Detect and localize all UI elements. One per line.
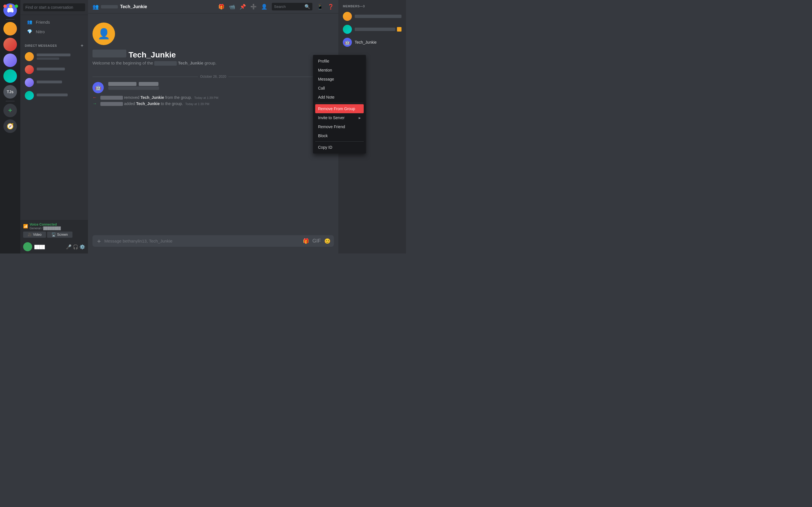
context-menu-profile[interactable]: Profile: [315, 57, 364, 66]
dm-name-area-4: [37, 94, 84, 98]
context-menu-remove-friend[interactable]: Remove Friend: [315, 122, 364, 131]
system-message-removed: ← removed Tech_Junkie from the group. To…: [88, 94, 338, 101]
channel-header: 👥 Tech_Junkie 🎁 📹 📌 ➕ 👤 🔍 📱 ❓: [88, 0, 338, 13]
search-icon: 🔍: [305, 4, 310, 9]
msg-username-blurred-1: [108, 82, 137, 86]
dm-item-4[interactable]: [22, 89, 86, 102]
nitro-header-icon[interactable]: 🎁: [218, 4, 224, 10]
nitro-nav-item[interactable]: 💎 Nitro: [22, 27, 86, 36]
arrow-right-icon: →: [93, 101, 97, 106]
context-menu-block[interactable]: Block: [315, 131, 364, 140]
member-item-1[interactable]: [341, 10, 404, 22]
dm-item-3[interactable]: [22, 76, 86, 89]
context-menu-separator-2: [315, 142, 364, 142]
video-button[interactable]: 🎥 Video: [23, 231, 46, 238]
dm-list: [20, 49, 88, 220]
dm-name-area-3: [37, 80, 84, 84]
dm-name-blurred-4: [37, 94, 68, 96]
member-name-blurred-2: [355, 27, 395, 31]
dm-avatar-1: [25, 52, 34, 61]
chat-intro-names: Tech_Junkie: [93, 50, 334, 59]
remover-name-blurred: [100, 96, 123, 100]
friends-icon: 👥: [27, 19, 33, 24]
channel-info: 👥 Tech_Junkie: [93, 4, 147, 10]
add-attachment-button[interactable]: ＋: [96, 237, 102, 245]
context-menu-call[interactable]: Call: [315, 83, 364, 93]
context-menu-invite-to-server[interactable]: Invite to Server ▶: [315, 113, 364, 122]
help-icon[interactable]: ❓: [327, 4, 334, 10]
context-menu-mention[interactable]: Mention: [315, 66, 364, 75]
message-input[interactable]: [104, 235, 301, 247]
server-icon-1[interactable]: [3, 22, 17, 36]
input-actions: 🎁 GIF 😊: [303, 238, 331, 244]
server-icon-tj[interactable]: TJs: [3, 85, 17, 99]
add-server-button[interactable]: +: [3, 104, 17, 117]
server-separator: [6, 19, 15, 20]
voice-connected-bar: 📶 Voice Connected General / ████████ 🎥 V…: [20, 220, 88, 240]
friends-nav-item[interactable]: 👥 Friends: [22, 17, 86, 27]
inbox-icon[interactable]: 📱: [317, 4, 323, 10]
member-item-2[interactable]: [341, 23, 404, 36]
server-icon-2[interactable]: [3, 38, 17, 51]
user-area: ████ 🎤 🎧 ⚙️: [20, 240, 88, 253]
member-name-tech-junkie: Tech_Junkie: [355, 40, 377, 45]
added-username: Tech_Junkie: [136, 101, 160, 106]
dm-sidebar: 👥 Friends 💎 Nitro DIRECT MESSAGES +: [20, 0, 88, 253]
settings-icon[interactable]: ⚙️: [80, 244, 85, 249]
voice-actions: 🎥 Video 🖥️ Screen: [23, 231, 85, 238]
members-header: MEMBERS—3: [341, 4, 404, 10]
context-menu-add-note[interactable]: Add Note: [315, 93, 364, 102]
video-call-icon[interactable]: 📹: [229, 4, 235, 10]
msg-text-blurred-1: [108, 87, 159, 90]
chat-intro-description: Welcome to the beginning of the Tech_Jun…: [93, 61, 334, 66]
msg-content-1: [108, 82, 334, 93]
message-input-box: ＋ 🎁 GIF 😊: [93, 235, 334, 247]
dm-section-label: DIRECT MESSAGES: [25, 44, 57, 47]
server-icon-4[interactable]: [3, 69, 17, 83]
removed-time: Today at 1:39 PM: [194, 96, 218, 100]
gif-icon[interactable]: GIF: [312, 238, 321, 244]
dm-avatar-4: [25, 91, 34, 100]
context-menu-message[interactable]: Message: [315, 75, 364, 83]
dm-avatar-2: [25, 65, 34, 74]
added-time: Today at 1:39 PM: [185, 102, 209, 106]
screen-button[interactable]: 🖥️ Screen: [47, 231, 72, 238]
dm-search-area[interactable]: [20, 0, 88, 15]
system-message-added-text: added Tech_Junkie to the group. Today at…: [100, 101, 209, 106]
chat-intro-name: Tech_Junkie: [129, 50, 176, 59]
voice-signal-icon: 📶: [23, 224, 28, 228]
pin-icon[interactable]: 📌: [240, 4, 246, 10]
context-menu: Profile Mention Message Call Add Note Re…: [313, 55, 366, 154]
members-icon[interactable]: 👤: [261, 4, 267, 10]
mac-close-button[interactable]: [3, 4, 7, 8]
member-badge: [397, 27, 402, 32]
context-menu-remove-from-group[interactable]: Remove From Group: [315, 104, 364, 113]
search-input[interactable]: [274, 4, 303, 9]
group-dm-icon: 👥: [93, 4, 99, 10]
dm-item-2[interactable]: [22, 63, 86, 76]
context-menu-copy-id[interactable]: Copy ID: [315, 143, 364, 152]
member-avatar-tech-junkie: 🤖: [343, 38, 352, 47]
server-icon-3[interactable]: [3, 54, 17, 67]
mac-maximize-button[interactable]: [15, 4, 18, 8]
deafen-icon[interactable]: 🎧: [73, 244, 79, 249]
gift-icon[interactable]: 🎁: [303, 238, 309, 244]
member-avatar-2: [343, 25, 352, 34]
member-item-tech-junkie[interactable]: 🤖 Tech_Junkie: [341, 36, 404, 48]
video-icon: 🎥: [28, 233, 32, 237]
explore-servers-button[interactable]: 🧭: [3, 119, 17, 133]
server-sidebar: TJs + 🧭: [0, 0, 20, 253]
dm-search-input[interactable]: [23, 3, 85, 11]
mute-icon[interactable]: 🎤: [66, 244, 71, 249]
emoji-icon[interactable]: 😊: [324, 238, 331, 244]
user-actions: 🎤 🎧 ⚙️: [66, 244, 85, 249]
chat-intro-blurred-name: [93, 50, 126, 57]
dm-sub-blurred-1: [37, 57, 59, 60]
mac-minimize-button[interactable]: [9, 4, 12, 8]
voice-channel-text: General / ████████: [30, 226, 61, 230]
add-dm-button[interactable]: +: [81, 43, 84, 48]
search-bar[interactable]: 🔍: [272, 3, 312, 10]
dm-item-1[interactable]: [22, 50, 86, 63]
voice-status-text: Voice Connected: [30, 223, 61, 226]
add-member-icon[interactable]: ➕: [250, 4, 257, 10]
